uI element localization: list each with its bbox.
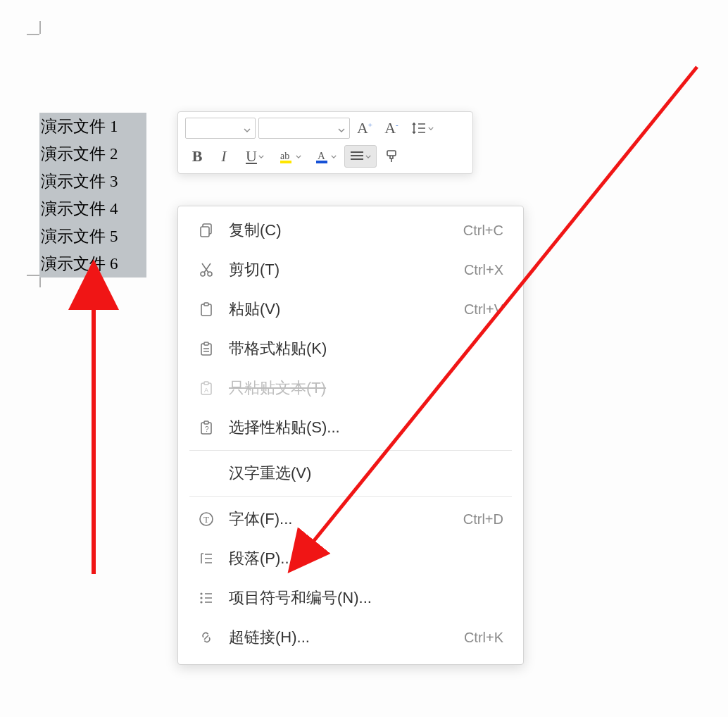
text-line: 演示文件2 — [39, 140, 146, 168]
svg-point-21 — [200, 592, 202, 594]
menu-item-font[interactable]: T字体(F)...Ctrl+D — [178, 499, 523, 539]
svg-text:A: A — [318, 150, 325, 161]
text-line: 演示文件3 — [39, 168, 146, 195]
svg-point-22 — [200, 597, 202, 599]
shrink-font-icon: A- — [384, 119, 398, 137]
menu-item-label: 超链接(H)... — [229, 627, 464, 648]
context-menu: 复制(C)Ctrl+C剪切(T)Ctrl+X粘贴(V)Ctrl+V带格式粘贴(K… — [177, 206, 524, 665]
menu-item-cut[interactable]: 剪切(T)Ctrl+X — [178, 250, 523, 289]
line-spacing-icon — [411, 121, 427, 135]
font-color-button[interactable]: A — [309, 145, 341, 168]
svg-rect-10 — [204, 303, 208, 306]
menu-item-label: 段落(P)... — [229, 548, 503, 569]
svg-text:?: ? — [205, 425, 209, 433]
bold-button[interactable]: B — [185, 145, 209, 168]
font-size-combo[interactable] — [258, 118, 350, 139]
menu-item-shortcut: Ctrl+D — [463, 511, 503, 528]
menu-item-label: 字体(F)... — [229, 509, 463, 530]
svg-rect-6 — [201, 227, 209, 237]
chevron-down-icon — [258, 155, 264, 158]
svg-rect-12 — [204, 342, 208, 345]
mini-format-toolbar: A+ A- B I U — [177, 111, 473, 174]
grow-font-button[interactable]: A+ — [353, 117, 377, 139]
text-line: 演示文件6 — [39, 250, 146, 278]
paragraph-icon — [192, 550, 220, 567]
chevron-down-icon — [365, 155, 371, 158]
chevron-down-icon — [338, 123, 345, 135]
margin-mark — [39, 21, 41, 34]
selected-text-block[interactable]: 演示文件1 演示文件2 演示文件3 演示文件4 演示文件5 演示文件6 — [39, 113, 146, 278]
highlight-icon: ab — [279, 149, 294, 164]
menu-item-label: 剪切(T) — [229, 259, 464, 280]
svg-rect-17 — [204, 421, 208, 424]
svg-rect-1 — [280, 161, 291, 163]
paste-icon — [192, 301, 220, 318]
justify-button[interactable] — [344, 145, 377, 168]
svg-text:T: T — [203, 514, 209, 525]
menu-item-paste-special[interactable]: ?选择性粘贴(S)... — [178, 408, 523, 447]
chevron-down-icon — [244, 123, 251, 135]
copy-icon — [192, 222, 220, 239]
paste-spec-icon: ? — [192, 419, 220, 436]
menu-item-label: 项目符号和编号(N)... — [229, 587, 503, 609]
menu-item-paste[interactable]: 粘贴(V)Ctrl+V — [178, 289, 523, 329]
font-name-combo[interactable] — [185, 118, 256, 139]
format-painter-icon — [384, 149, 399, 164]
svg-rect-14 — [204, 382, 208, 385]
chevron-down-icon — [331, 155, 337, 158]
menu-item-shortcut: Ctrl+V — [464, 301, 503, 318]
menu-item-label: 粘贴(V) — [229, 299, 464, 320]
cut-icon — [192, 261, 220, 278]
menu-item-reconvert[interactable]: 汉字重选(V) — [178, 454, 523, 493]
menu-item-copy[interactable]: 复制(C)Ctrl+C — [178, 211, 523, 250]
link-icon — [192, 629, 220, 646]
text-line: 演示文件1 — [39, 113, 146, 140]
svg-text:A: A — [204, 387, 208, 394]
menu-item-label: 复制(C) — [229, 220, 463, 241]
svg-text:ab: ab — [280, 151, 289, 161]
menu-item-label: 汉字重选(V) — [229, 463, 503, 484]
margin-mark — [27, 34, 39, 35]
margin-mark — [27, 275, 39, 276]
svg-point-23 — [200, 601, 202, 603]
line-spacing-button[interactable] — [406, 117, 439, 139]
menu-separator — [189, 450, 512, 451]
font-icon: T — [192, 511, 220, 528]
menu-separator — [189, 496, 512, 497]
paste-text-icon: A — [192, 380, 220, 397]
grow-font-icon: A+ — [357, 119, 372, 137]
underline-button[interactable]: U — [239, 145, 271, 168]
format-painter-button[interactable] — [379, 145, 403, 168]
text-line: 演示文件4 — [39, 195, 146, 223]
menu-item-label: 选择性粘贴(S)... — [229, 417, 503, 438]
chevron-down-icon — [428, 127, 434, 130]
paste-fmt-icon — [192, 340, 220, 357]
text-line: 演示文件5 — [39, 223, 146, 250]
svg-rect-3 — [316, 161, 327, 163]
bullets-icon — [192, 590, 220, 606]
menu-item-label: 只粘贴文本(T) — [229, 378, 503, 399]
menu-item-bullets[interactable]: 项目符号和编号(N)... — [178, 578, 523, 618]
menu-item-paste-fmt[interactable]: 带格式粘贴(K) — [178, 329, 523, 368]
highlight-button[interactable]: ab — [274, 145, 306, 168]
menu-item-label: 带格式粘贴(K) — [229, 338, 503, 359]
shrink-font-button[interactable]: A- — [379, 117, 403, 139]
justify-icon — [350, 151, 364, 162]
menu-item-hyperlink[interactable]: 超链接(H)...Ctrl+K — [178, 618, 523, 657]
menu-item-shortcut: Ctrl+C — [463, 223, 503, 239]
svg-rect-4 — [387, 151, 396, 156]
menu-item-shortcut: Ctrl+X — [464, 262, 503, 278]
menu-item-paste-text: A只粘贴文本(T) — [178, 368, 523, 408]
font-color-icon: A — [314, 149, 330, 164]
chevron-down-icon — [296, 155, 301, 158]
menu-item-shortcut: Ctrl+K — [464, 630, 503, 646]
menu-item-paragraph[interactable]: 段落(P)... — [178, 539, 523, 578]
italic-button[interactable]: I — [212, 145, 236, 168]
